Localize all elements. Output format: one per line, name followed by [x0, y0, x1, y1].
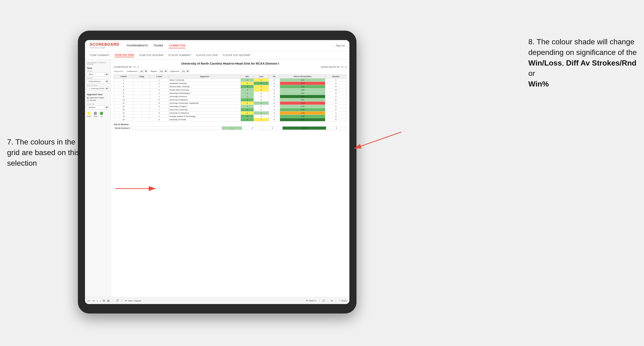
tablet-frame: SCOREBOARD Powered by clippd TOURNAMENTS…	[78, 31, 356, 314]
sub-nav-player-summary[interactable]: PLAYER SUMMARY	[168, 53, 192, 57]
undo-button[interactable]: ↩	[87, 299, 90, 303]
table-cell: -	[133, 115, 150, 118]
conference-select[interactable]: (All)	[138, 70, 148, 73]
share-icon: ↗	[339, 300, 341, 302]
paste-button[interactable]: ⊞	[107, 299, 110, 303]
right-content: University of North Carolina Head-to-Hea…	[111, 59, 350, 297]
watch-label: Watch	[309, 300, 315, 302]
nav-committee[interactable]: COMMITTEE	[169, 43, 186, 48]
school-select[interactable]: 1. University of Nort...	[87, 86, 109, 91]
table-cell: 0	[254, 95, 269, 98]
table-cell: 8	[114, 92, 133, 95]
view-original-button[interactable]: 👁 View: Original	[125, 300, 141, 302]
toolbar: ↩ ↪ ‹ › ⧉ ⊞ ⏱ 👁 View: Original 👁 Watch ▾…	[85, 297, 350, 304]
sub-nav-player-h2h-heatmap[interactable]: PLAYER H2H HEATMAP	[223, 53, 250, 57]
division-select[interactable]: NCAA Division I	[87, 79, 109, 83]
sub-nav-team-h2h-grid[interactable]: TEAM H2H GRID	[114, 53, 134, 57]
table-cell: 0	[241, 82, 254, 85]
toolbar-divider-4	[328, 299, 328, 303]
col-reg: # Reg	[133, 75, 150, 78]
redo-button[interactable]: ↪	[92, 299, 95, 303]
col-loss: Loss	[254, 75, 269, 78]
grid-button[interactable]: ⊞	[331, 300, 333, 302]
legend-up-circle	[100, 112, 103, 115]
table-cell: 1	[241, 92, 254, 95]
table-cell: University of Florida	[168, 118, 241, 121]
col-opponent: Opponent	[168, 75, 241, 78]
table-cell: 1	[254, 102, 269, 105]
table-cell: 2	[150, 82, 168, 85]
table-cell: 2	[241, 78, 254, 82]
ood-tie: 0	[262, 127, 282, 130]
table-cell: 3	[241, 108, 254, 112]
table-cell: University of Arkansas, Fayetteville	[168, 102, 241, 105]
gender-select[interactable]: Men's	[87, 72, 109, 76]
table-cell: 3	[241, 98, 254, 102]
table-cell: 0	[269, 105, 280, 108]
legend: Down Level Up	[87, 112, 109, 117]
table-cell: 0	[269, 95, 280, 98]
opponent-select[interactable]: (All)	[180, 70, 190, 73]
table-cell: 1	[254, 78, 269, 82]
sub-nav-player-h2h-grid[interactable]: PLAYER H2H GRID	[196, 53, 218, 57]
legend-level-label: Level	[94, 116, 98, 117]
table-cell: -	[133, 82, 150, 85]
clock-button[interactable]: ⏱	[116, 299, 119, 303]
table-cell: 0	[254, 98, 269, 102]
legend-up: Up	[100, 112, 103, 117]
table-cell: 9	[325, 108, 346, 112]
table-cell: 9.00	[280, 95, 325, 98]
table-cell: -1.00	[280, 112, 325, 115]
colour-by-select[interactable]: Win/loss	[87, 105, 109, 109]
gender-label: Gender	[87, 70, 109, 72]
table-row: 3-2Vanderbilt University040-2.298	[114, 82, 346, 85]
watch-chevron: ▾	[316, 300, 316, 302]
table-cell: 1	[150, 85, 168, 88]
table-cell: 10	[114, 98, 133, 102]
top100-radio[interactable]: Top 100	[87, 99, 109, 101]
updated-label: Last Updated: 27/03/2024 16:55:38	[87, 62, 109, 65]
data-table: # Rank # Reg # Conf Opponent Win Loss Ti…	[114, 74, 346, 121]
copy-button[interactable]: ⧉	[103, 299, 105, 303]
sign-out-link[interactable]: Sign out	[336, 44, 345, 47]
sub-nav: TEAM SUMMARY TEAM H2H GRID TEAM H2H HEAT…	[85, 51, 350, 59]
table-cell: 6	[150, 112, 168, 115]
table-cell: -	[133, 105, 150, 108]
sub-nav-team-h2h-heatmap[interactable]: TEAM H2H HEATMAP	[139, 53, 164, 57]
table-cell: 0	[254, 115, 269, 118]
table-row: 12-3University of Virginia1002.333	[114, 105, 346, 108]
sub-nav-team-summary[interactable]: TEAM SUMMARY	[90, 53, 110, 57]
nav-tournaments[interactable]: TOURNAMENTS	[126, 43, 148, 48]
overall-record: Overall Record: 89 - 17 - 0	[114, 66, 139, 68]
nav-teams[interactable]: TEAMS	[154, 43, 163, 48]
opponents-played-dot	[87, 97, 89, 99]
col-rank: # Rank	[114, 75, 133, 78]
table-cell: -	[133, 78, 150, 82]
table-cell: 0	[269, 78, 280, 82]
table-cell: 1	[254, 112, 269, 115]
table-cell: 2.28	[280, 85, 325, 88]
forward-button[interactable]: ›	[100, 299, 101, 303]
table-cell: 0	[269, 82, 280, 85]
table-cell: 2.33	[280, 105, 325, 108]
ood-rounds: 3	[326, 127, 346, 130]
watch-button[interactable]: 👁 Watch ▾	[306, 300, 316, 302]
share-button[interactable]: ↗ Share	[339, 300, 347, 302]
division-record: Division Record: 88 - 17 - 0	[321, 66, 346, 68]
conference-label: Conference	[127, 70, 137, 72]
table-row: 10-5University of Alabama3002.618	[114, 98, 346, 102]
table-row: 14-6University of Oklahoma010-1.003	[114, 112, 346, 115]
tablet-screen: SCOREBOARD Powered by clippd TOURNAMENTS…	[85, 40, 350, 304]
table-cell: 3.67	[280, 92, 325, 95]
opponents-played-radio[interactable]: Opponents Played	[87, 97, 109, 99]
table-cell: 11	[114, 102, 133, 105]
col-win: Win	[241, 75, 254, 78]
table-cell: 3	[241, 118, 254, 121]
region-select[interactable]: (All)	[158, 70, 168, 73]
toolbar-divider-1	[112, 299, 113, 303]
table-row: 15-4Georgia Institute of Technology5004.…	[114, 115, 346, 118]
logo-text: SCOREBOARD	[90, 42, 120, 47]
table-cell: 6.62	[280, 118, 325, 121]
comment-button[interactable]: 💬	[322, 300, 325, 302]
back-button[interactable]: ‹	[97, 299, 98, 303]
